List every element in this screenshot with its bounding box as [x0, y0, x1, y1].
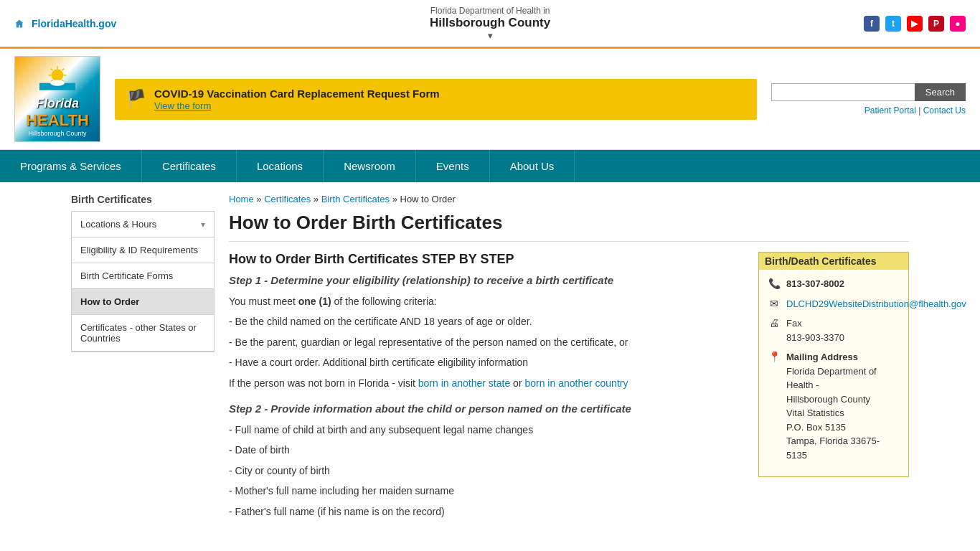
step1-subtitle: Step 1 - Determine your eligibility (rel… — [229, 274, 744, 286]
logo: Florida HEALTH Hillsborough County — [14, 56, 100, 142]
banner-content: COVID-19 Vaccination Card Replacement Re… — [154, 88, 440, 111]
social-icons: f t ▶ P ● — [864, 16, 966, 32]
location-icon: 📍 — [768, 351, 781, 362]
sidebar: Birth Certificates Locations & Hours ▾ E… — [71, 194, 215, 541]
logo-florida-text: Florida — [36, 96, 79, 111]
search-row: Search — [771, 83, 966, 101]
sidebar-menu: Locations & Hours ▾ Eligibility & ID Req… — [71, 211, 215, 352]
breadcrumb-current: How to Order — [400, 194, 456, 204]
nav-certificates[interactable]: Certificates — [142, 150, 237, 182]
email-icon: ✉ — [768, 298, 781, 309]
covid-banner: 🏴 COVID-19 Vaccination Card Replacement … — [115, 79, 757, 120]
chevron-down-icon: ▾ — [201, 220, 205, 230]
step1-heading: How to Order Birth Certificates STEP BY … — [229, 252, 744, 267]
step1-body: You must meet one (1) of the following c… — [229, 293, 744, 391]
sidebar-locations-hours[interactable]: Locations & Hours ▾ — [72, 212, 214, 237]
patient-portal-link[interactable]: Patient Portal — [864, 105, 916, 116]
step2-criterion-5: - Father's full name (if his name is on … — [229, 504, 744, 519]
search-input[interactable] — [771, 83, 915, 101]
info-box-title: Birth/Death Certificates — [759, 253, 908, 270]
top-bar: FloridaHealth.gov Florida Department of … — [0, 0, 980, 49]
phone-icon: 📞 — [768, 278, 781, 289]
main-container: Birth Certificates Locations & Hours ▾ E… — [60, 182, 920, 541]
svg-point-0 — [52, 70, 64, 82]
criterion-3: - Have a court order. Additional birth c… — [229, 354, 744, 370]
florida-health-link[interactable]: FloridaHealth.gov — [32, 18, 116, 29]
born-another-state-link[interactable]: born in another state — [418, 377, 510, 389]
step2-criterion-2: - Date of birth — [229, 442, 744, 458]
email-link[interactable]: DLCHD29WebsiteDistribution@flhealth.gov — [786, 298, 966, 309]
step2-criterion-3: - City or county of birth — [229, 463, 744, 479]
step2-body: - Full name of child at birth and any su… — [229, 422, 744, 519]
sidebar-how-to-order[interactable]: How to Order — [72, 289, 214, 315]
content-main: How to Order Birth Certificates STEP BY … — [229, 252, 744, 531]
twitter-icon[interactable]: t — [885, 16, 901, 32]
breadcrumb-birth-certificates[interactable]: Birth Certificates — [321, 194, 390, 204]
mailing-row: 📍 Mailing Address Florida Department of … — [768, 350, 900, 462]
logo-county-text: Hillsborough County — [28, 130, 86, 137]
nav-programs-services[interactable]: Programs & Services — [0, 150, 142, 182]
content-layout: How to Order Birth Certificates STEP BY … — [229, 252, 909, 531]
svg-point-10 — [50, 80, 65, 86]
header-links: Patient Portal | Contact Us — [864, 105, 966, 116]
youtube-icon[interactable]: ▶ — [907, 16, 923, 32]
header: Florida HEALTH Hillsborough County 🏴 COV… — [0, 49, 980, 150]
fax-icon: 🖨 — [768, 317, 781, 329]
breadcrumb-certificates[interactable]: Certificates — [264, 194, 311, 204]
step2-criterion-4: - Mother's full name including her maide… — [229, 483, 744, 499]
main-nav: Programs & Services Certificates Locatio… — [0, 150, 980, 182]
content-area: Home » Certificates » Birth Certificates… — [229, 194, 909, 541]
search-area: Search Patient Portal | Contact Us — [771, 83, 966, 116]
nav-newsroom[interactable]: Newsroom — [324, 150, 416, 182]
born-another-country-link[interactable]: born in another country — [524, 377, 628, 389]
nav-about-us[interactable]: About Us — [490, 150, 575, 182]
email-row: ✉ DLCHD29WebsiteDistribution@flhealth.go… — [768, 297, 900, 311]
phone-row: 📞 813-307-8002 — [768, 277, 900, 291]
phone-number: 813-307-8002 — [786, 277, 844, 291]
criterion-1: - Be the child named on the certificate … — [229, 314, 744, 329]
sidebar-bc-forms[interactable]: Birth Certificate Forms — [72, 263, 214, 289]
view-form-link[interactable]: View the form — [154, 100, 211, 111]
sidebar-title: Birth Certificates — [71, 194, 215, 205]
breadcrumb: Home » Certificates » Birth Certificates… — [229, 194, 909, 204]
info-box: Birth/Death Certificates 📞 813-307-8002 … — [758, 252, 909, 477]
nav-locations[interactable]: Locations — [237, 150, 324, 182]
svg-line-7 — [62, 69, 65, 71]
svg-line-5 — [51, 69, 53, 71]
search-button[interactable]: Search — [915, 83, 966, 101]
site-link-area[interactable]: FloridaHealth.gov — [14, 18, 116, 29]
flag-icon: 🏴 — [126, 89, 146, 108]
step2-criterion-1: - Full name of child at birth and any su… — [229, 422, 744, 438]
page-title: How to Order Birth Certificates — [229, 212, 909, 242]
sidebar-eligibility[interactable]: Eligibility & ID Requirements — [72, 237, 214, 263]
info-sidebar: Birth/Death Certificates 📞 813-307-8002 … — [758, 252, 909, 531]
breadcrumb-home[interactable]: Home — [229, 194, 254, 204]
sun-graphic — [39, 60, 75, 96]
facebook-icon[interactable]: f — [864, 16, 880, 32]
pinterest-icon[interactable]: P — [928, 16, 944, 32]
flickr-icon[interactable]: ● — [950, 16, 966, 32]
logo-health-text: HEALTH — [26, 111, 89, 130]
banner-title: COVID-19 Vaccination Card Replacement Re… — [154, 88, 440, 100]
step2-subtitle: Step 2 - Provide information about the c… — [229, 402, 744, 415]
contact-us-link[interactable]: Contact Us — [923, 105, 966, 116]
logo-area: Florida HEALTH Hillsborough County — [14, 56, 100, 142]
dept-name: Florida Department of Health in Hillsbor… — [430, 6, 550, 41]
sidebar-other-states[interactable]: Certificates - other States or Countries — [72, 315, 214, 352]
fax-row: 🖨 Fax 813-903-3370 — [768, 316, 900, 344]
nav-events[interactable]: Events — [416, 150, 490, 182]
criterion-2: - Be the parent, guardian or legal repre… — [229, 334, 744, 350]
